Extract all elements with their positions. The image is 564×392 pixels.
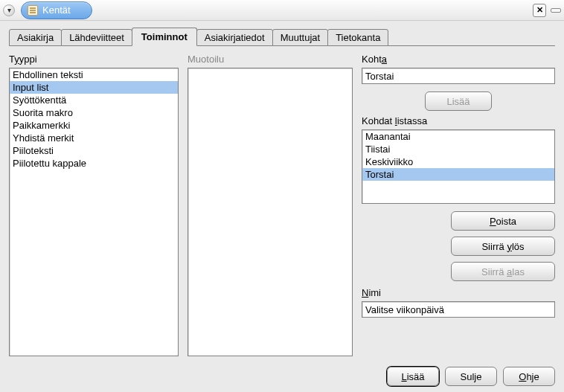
- kohdat-item[interactable]: Tiistai: [362, 143, 554, 155]
- button-lisaa[interactable]: Lisää: [387, 367, 439, 386]
- tab-toiminnot[interactable]: Toiminnot: [132, 28, 197, 46]
- input-nimi[interactable]: [362, 301, 555, 318]
- label-kohta: Kohta: [362, 54, 555, 65]
- type-item[interactable]: Piilotettu kappale: [10, 157, 178, 170]
- type-item[interactable]: Input list: [10, 81, 178, 94]
- kohdat-item[interactable]: Keskiviikko: [362, 155, 554, 168]
- tab-tietokanta[interactable]: Tietokanta: [327, 29, 388, 46]
- kohdat-item[interactable]: Maanantai: [362, 130, 554, 143]
- rollup-button[interactable]: [551, 8, 561, 13]
- type-item[interactable]: Syöttökenttä: [10, 94, 178, 106]
- listbox-format[interactable]: [188, 68, 353, 356]
- listbox-kohdat[interactable]: MaanantaiTiistaiKeskiviikkoTorstai: [362, 129, 555, 204]
- title-pill: Kentät: [21, 1, 92, 19]
- footer-buttons: Lisää Sulje Ohje: [0, 362, 564, 392]
- tab-asiakirjatiedot[interactable]: Asiakirjatiedot: [196, 29, 273, 46]
- button-sulje[interactable]: Sulje: [445, 367, 497, 386]
- type-item[interactable]: Yhdistä merkit: [10, 132, 178, 144]
- column-type: Tyyppi Ehdollinen tekstiInput listSyöttö…: [9, 54, 179, 356]
- button-ohje[interactable]: Ohje: [503, 367, 555, 386]
- window-menu-icon[interactable]: ▾: [3, 4, 15, 16]
- button-siirra-alas[interactable]: Siirrä alas: [451, 262, 555, 281]
- tab-row: Asiakirja Lähdeviitteet Toiminnot Asiaki…: [9, 28, 555, 46]
- kohdat-item[interactable]: Torstai: [362, 168, 554, 181]
- type-item[interactable]: Paikkamerkki: [10, 119, 178, 132]
- input-kohta[interactable]: [362, 68, 555, 84]
- button-poista[interactable]: Poista: [451, 211, 555, 231]
- type-item[interactable]: Piiloteksti: [10, 144, 178, 157]
- document-icon: [28, 5, 38, 16]
- close-button[interactable]: ✕: [533, 4, 546, 17]
- button-lisaa-kohta[interactable]: Lisää: [425, 91, 492, 111]
- window-title: Kentät: [42, 4, 71, 16]
- type-item[interactable]: Ehdollinen teksti: [10, 68, 178, 81]
- label-nimi: Nimi: [362, 287, 555, 298]
- listbox-type[interactable]: Ehdollinen tekstiInput listSyöttökenttäS…: [9, 68, 179, 356]
- column-right: Kohta Lisää Kohdat listassa MaanantaiTii…: [362, 54, 555, 356]
- dialog-content: Asiakirja Lähdeviitteet Toiminnot Asiaki…: [0, 21, 564, 362]
- panel: Tyyppi Ehdollinen tekstiInput listSyöttö…: [9, 46, 555, 356]
- tab-asiakirja[interactable]: Asiakirja: [9, 29, 62, 46]
- right-stack: Kohta Lisää Kohdat listassa MaanantaiTii…: [362, 54, 555, 318]
- button-siirra-ylos[interactable]: Siirrä ylös: [451, 237, 555, 256]
- type-item[interactable]: Suorita makro: [10, 106, 178, 119]
- dialog-window: ▾ Kentät ✕ Asiakirja Lähdeviitteet Toimi…: [0, 0, 564, 392]
- label-muotoilu: Muotoilu: [188, 54, 353, 65]
- label-tyyppi: Tyyppi: [9, 54, 179, 65]
- tab-muuttujat[interactable]: Muuttujat: [272, 29, 328, 46]
- tab-lahdeviitteet[interactable]: Lähdeviitteet: [61, 29, 132, 46]
- column-format: Muotoilu: [188, 54, 353, 356]
- titlebar: ▾ Kentät ✕: [0, 0, 564, 21]
- label-kohdat-listassa: Kohdat listassa: [362, 115, 555, 126]
